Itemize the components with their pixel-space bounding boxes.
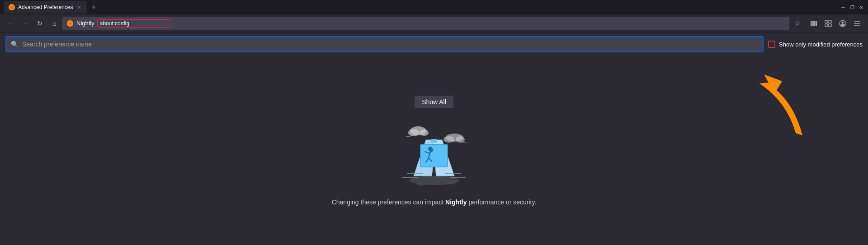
account-icon bbox=[839, 20, 846, 27]
hamburger-menu-icon bbox=[854, 21, 861, 26]
svg-point-39 bbox=[456, 136, 465, 143]
search-icon: 🔍 bbox=[11, 41, 19, 48]
svg-point-3 bbox=[68, 22, 72, 25]
svg-rect-9 bbox=[829, 20, 831, 23]
bookmarks-button[interactable] bbox=[807, 17, 820, 30]
svg-rect-4 bbox=[811, 21, 812, 26]
close-button[interactable]: ✕ bbox=[858, 4, 864, 10]
svg-point-24 bbox=[428, 147, 433, 151]
svg-point-36 bbox=[420, 129, 429, 136]
home-button[interactable]: ⌂ bbox=[48, 17, 61, 30]
svg-point-19 bbox=[448, 181, 457, 185]
extensions-button[interactable] bbox=[822, 17, 835, 30]
show-modified-label[interactable]: Show only modified preferences bbox=[768, 41, 863, 48]
browser-logo-icon bbox=[66, 20, 74, 27]
extensions-icon bbox=[825, 20, 832, 27]
svg-rect-8 bbox=[825, 20, 828, 23]
back-button[interactable]: ← bbox=[5, 17, 17, 30]
svg-point-18 bbox=[417, 182, 424, 186]
menu-button[interactable] bbox=[851, 17, 863, 30]
svg-rect-22 bbox=[431, 139, 437, 143]
minimize-button[interactable]: ─ bbox=[840, 4, 846, 10]
new-tab-button[interactable]: + bbox=[87, 1, 100, 14]
orange-arrow-icon bbox=[723, 56, 814, 147]
forward-button[interactable]: → bbox=[19, 17, 32, 30]
bookmark-star-button[interactable]: ☆ bbox=[791, 17, 804, 30]
address-bar[interactable]: Nightly bbox=[62, 17, 789, 30]
search-bar-container[interactable]: 🔍 bbox=[5, 36, 764, 52]
svg-rect-6 bbox=[814, 21, 816, 26]
browser-name-label: Nightly bbox=[76, 20, 94, 27]
navigation-bar: ← → ↻ ⌂ Nightly ☆ bbox=[0, 14, 868, 32]
search-bar-wrapper: 🔍 Show only modified preferences bbox=[0, 32, 868, 56]
url-input[interactable] bbox=[97, 19, 170, 28]
bookmarks-icon bbox=[810, 20, 817, 27]
svg-rect-5 bbox=[812, 21, 814, 26]
svg-rect-10 bbox=[825, 24, 828, 27]
restore-button[interactable]: ❐ bbox=[849, 4, 855, 10]
svg-point-38 bbox=[443, 136, 454, 143]
svg-point-35 bbox=[408, 129, 419, 136]
toolbar-right bbox=[807, 17, 863, 30]
tab-favicon bbox=[8, 4, 15, 11]
tab-title: Advanced Preferences bbox=[18, 4, 73, 10]
nightly-brand-text: Nightly bbox=[445, 199, 467, 206]
caution-illustration bbox=[393, 117, 475, 190]
svg-point-13 bbox=[842, 21, 844, 23]
svg-rect-11 bbox=[829, 24, 831, 27]
svg-rect-7 bbox=[816, 21, 817, 26]
svg-rect-23 bbox=[420, 144, 448, 167]
active-tab[interactable]: Advanced Preferences × bbox=[4, 1, 87, 14]
show-all-button[interactable]: Show All bbox=[415, 96, 453, 108]
reload-button[interactable]: ↻ bbox=[33, 17, 46, 30]
content-area: 🔍 Show only modified preferences Show Al… bbox=[0, 32, 868, 245]
svg-point-1 bbox=[10, 5, 14, 9]
search-input[interactable] bbox=[22, 41, 758, 48]
main-content: Show All bbox=[0, 56, 868, 245]
window-controls: ─ ❐ ✕ bbox=[840, 4, 864, 10]
show-modified-checkbox[interactable] bbox=[768, 41, 775, 48]
title-bar: Advanced Preferences × + ─ ❐ ✕ bbox=[0, 0, 868, 14]
warning-text: Changing these preferences can impact Ni… bbox=[332, 199, 537, 206]
account-button[interactable] bbox=[836, 17, 849, 30]
show-modified-text: Show only modified preferences bbox=[779, 41, 863, 48]
tab-close-button[interactable]: × bbox=[75, 4, 83, 11]
illustration: Changing these preferences can impact Ni… bbox=[332, 117, 537, 206]
tab-strip: Advanced Preferences × + bbox=[4, 1, 840, 14]
